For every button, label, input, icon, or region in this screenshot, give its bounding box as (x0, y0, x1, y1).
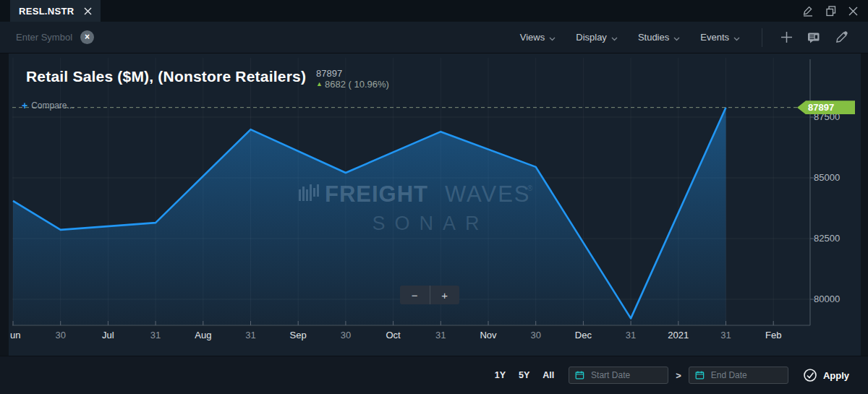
compare-plus-icon: + (22, 100, 27, 111)
range-bar: 1Y 5Y All > Apply (0, 356, 868, 394)
watermark-reg: ® (527, 184, 533, 192)
x-axis-label: 30 (55, 330, 65, 341)
menu-views-label: Views (520, 32, 545, 43)
menu-views[interactable]: Views (520, 32, 556, 43)
app-window: { "window": { "tab_title": "RESL.NSTR" }… (0, 0, 868, 394)
menu-display-label: Display (576, 32, 607, 43)
change-row: ▲ 8682 ( 10.96%) (316, 79, 389, 90)
chevron-down-icon (611, 37, 618, 41)
range-presets: 1Y 5Y All (495, 370, 555, 380)
duplicate-icon[interactable] (825, 5, 837, 17)
chart-toolbar: Enter Symbol × Views Display Studies Eve… (0, 22, 868, 53)
x-axis-label: 31 (245, 330, 255, 341)
toolbar-divider (762, 28, 762, 47)
pencil-icon (835, 31, 848, 43)
end-date-input[interactable] (710, 369, 782, 381)
commentary-button[interactable] (800, 32, 827, 43)
apply-label: Apply (823, 370, 849, 381)
symbol-input-placeholder: Enter Symbol (16, 32, 72, 43)
calendar-icon (695, 369, 705, 381)
apply-button[interactable]: Apply (803, 368, 849, 382)
watermark-freight: FREIGHT (325, 181, 428, 207)
x-axis-label: 30 (530, 330, 540, 341)
chevron-down-icon (733, 37, 740, 41)
menu-display[interactable]: Display (576, 32, 618, 43)
chevron-down-icon (673, 37, 680, 41)
compare-label: Compare... (31, 100, 74, 111)
chart-title: Retail Sales ($M), (Nonstore Retailers) (26, 68, 306, 85)
price-area (13, 108, 726, 325)
x-axis-label: Feb (765, 330, 781, 341)
y-axis-label: 80000 (814, 294, 840, 304)
x-axis-label: Jul (102, 330, 114, 341)
x-axis-label: 31 (720, 330, 731, 341)
end-date-field[interactable] (689, 367, 788, 384)
x-axis-label: Oct (386, 330, 400, 341)
chart-header: Retail Sales ($M), (Nonstore Retailers) … (26, 68, 389, 90)
y-axis-label: 85000 (814, 172, 840, 183)
quote-block: 87897 ▲ 8682 ( 10.96%) (316, 69, 389, 90)
symbol-tab[interactable]: RESL.NSTR (10, 0, 101, 22)
preset-1y[interactable]: 1Y (495, 370, 506, 380)
up-arrow-icon: ▲ (316, 81, 323, 87)
y-axis-label: 82500 (814, 233, 840, 244)
watermark-waves: WAVES (445, 181, 531, 207)
x-axis-label: un (10, 330, 20, 341)
x-axis-label: 2021 (668, 330, 689, 341)
news-bubble-icon (807, 32, 820, 43)
chart-panel: Retail Sales ($M), (Nonstore Retailers) … (9, 53, 861, 356)
last-value: 87897 (316, 69, 389, 79)
x-axis-label: 31 (150, 330, 161, 341)
zoom-controls: − + (400, 286, 459, 304)
menu-events[interactable]: Events (700, 32, 740, 43)
chevron-down-icon (549, 37, 556, 41)
chevron-right-icon: > (676, 370, 681, 381)
menu-studies-label: Studies (638, 32, 669, 43)
preset-all[interactable]: All (542, 370, 554, 380)
watermark-sonar: SONAR (372, 213, 488, 234)
tab-title: RESL.NSTR (19, 6, 74, 17)
current-value-tag: 87897 (797, 100, 855, 114)
toolbar-menus: Views Display Studies Events (520, 28, 855, 47)
window-titlebar: RESL.NSTR (0, 0, 868, 22)
plus-icon (780, 31, 793, 43)
draw-button[interactable] (827, 31, 855, 43)
menu-events-label: Events (700, 32, 729, 43)
x-axis-label: 31 (626, 330, 636, 341)
symbol-input[interactable]: Enter Symbol × (16, 30, 94, 44)
x-axis-label: 31 (435, 330, 446, 341)
start-date-field[interactable] (569, 367, 668, 384)
compare-button[interactable]: + Compare... (22, 100, 75, 111)
x-axis-label: Nov (480, 330, 496, 341)
start-date-input[interactable] (590, 369, 662, 381)
add-panel-button[interactable] (773, 31, 800, 43)
titlebar-actions (802, 5, 858, 17)
change-text: 8682 ( 10.96%) (325, 79, 389, 90)
preset-5y[interactable]: 5Y (519, 370, 529, 380)
close-window-icon[interactable] (848, 7, 858, 16)
x-axis-label: Dec (575, 330, 592, 341)
zoom-out-button[interactable]: − (400, 286, 430, 304)
x-axis-label: Sep (290, 330, 307, 341)
tab-close-icon[interactable] (84, 7, 92, 15)
calendar-icon (575, 369, 584, 381)
x-axis-label: 30 (341, 330, 351, 341)
zoom-in-button[interactable]: + (430, 286, 460, 304)
menu-studies[interactable]: Studies (638, 32, 680, 43)
symbol-clear-button[interactable]: × (80, 30, 94, 44)
x-axis-label: Aug (195, 330, 211, 341)
check-circle-icon (803, 368, 817, 382)
rename-icon[interactable] (802, 5, 814, 17)
